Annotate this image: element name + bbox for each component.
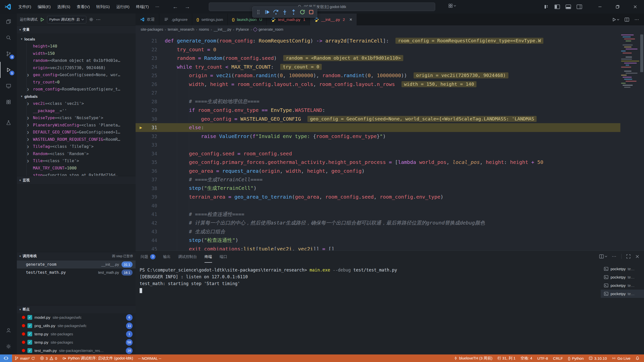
code-line[interactable]: 44step("检查连通性") xyxy=(136,236,620,245)
variable-row[interactable]: ❯Random = <class 'Random'> xyxy=(17,150,136,157)
step-out-button[interactable] xyxy=(290,8,298,16)
close-window-button[interactable] xyxy=(626,0,644,14)
toggle-panel-icon[interactable] xyxy=(566,4,571,9)
breakpoint-checkbox[interactable]: ✓ xyxy=(27,348,32,353)
code-line[interactable]: 38step("生成TerrainCell") xyxy=(136,184,620,193)
variable-row[interactable]: ❯DEFAULT_GEO_CONFIG = GeoConfig(seed=1… xyxy=(17,129,136,136)
variable-row[interactable]: ❯geo_config = GeoConfig(seed=None, wor… xyxy=(17,71,136,79)
variable-row[interactable]: stop = <function stop at 0x1bf8d716d… xyxy=(17,172,136,176)
callstack-frame[interactable]: test/test_math.pytest_math.py16:1 xyxy=(17,268,136,277)
notifications-bell[interactable] xyxy=(633,354,642,362)
breadcrumb-item[interactable]: site-packages xyxy=(141,27,163,31)
code-line[interactable]: 33 xyxy=(136,141,620,149)
variables-section-header[interactable]: ▾ 变量 xyxy=(17,25,136,33)
split-editor-icon[interactable] xyxy=(624,17,629,22)
vim-mode-status[interactable]: -- NORMAL -- xyxy=(136,354,164,362)
nav-forward-icon[interactable]: → xyxy=(185,4,190,10)
breakpoint-checkbox[interactable]: ✓ xyxy=(27,315,32,320)
code-line[interactable]: 22try_count = 0 xyxy=(136,45,620,54)
code-line[interactable]: 29if room_config.env_type == EnvType.WAS… xyxy=(136,106,620,115)
breakpoint-checkbox[interactable]: ✓ xyxy=(27,332,32,336)
variable-row[interactable]: ❯room_config = RoomRequestConfig(env_t… xyxy=(17,86,136,93)
menu-item[interactable]: 编辑(E) xyxy=(34,0,54,14)
tab-.gdignore[interactable]: .gdignore xyxy=(159,14,192,25)
menu-item[interactable]: 运行(R) xyxy=(113,0,133,14)
variable-row[interactable]: ❯vec2i = <class 'vec2i'> xyxy=(17,100,136,107)
breadcrumb-item[interactable]: generate_room xyxy=(259,27,283,31)
stop-button[interactable] xyxy=(307,8,315,16)
code-line[interactable]: 32raise ValueError(f"Invalid env type: {… xyxy=(136,132,620,141)
eol-status[interactable]: CRLF xyxy=(550,354,565,362)
tab-settings.json[interactable]: {}settings.json xyxy=(192,14,228,25)
variable-row[interactable]: ❯NoiseType = <class 'NoiseType'> xyxy=(17,114,136,122)
panel-tab-终端[interactable]: 终端 xyxy=(205,251,212,263)
breakpoints-section-header[interactable]: ▾ 断点 xyxy=(17,305,136,313)
toggle-secondary-sidebar-icon[interactable] xyxy=(577,4,582,9)
terminal-list-item[interactable]: pocketpyte… xyxy=(601,281,644,290)
close-icon[interactable]: ✕ xyxy=(349,17,352,22)
debug-session-status[interactable]: Python 调试程序: 启动文件 (godot-ldtk) xyxy=(60,354,136,362)
breakpoint-checkbox[interactable]: ✓ xyxy=(27,323,32,328)
variable-row[interactable]: ❯WASTELAND_ROOM_REQUEST_CONFIG = RoomR… xyxy=(17,136,136,143)
breadcrumb-item[interactable]: Pylance xyxy=(236,27,249,31)
variable-row[interactable]: random = <Random object at 0x1bf9d01e… xyxy=(17,57,136,64)
code-line[interactable]: 37# ====生成TerrainCell==== xyxy=(136,175,620,184)
breakpoint-checkbox[interactable]: ✓ xyxy=(27,340,32,345)
code-line[interactable]: 42# 计算每一个出口的中心，然后使用astar生成路径，确保每一个出口组合都可… xyxy=(136,219,620,228)
code-line[interactable]: 26width, height = room_config.layout.n_c… xyxy=(136,80,620,89)
activity-remote-icon[interactable] xyxy=(0,78,17,94)
panel-tab-输出[interactable]: 输出 xyxy=(163,251,171,263)
code-editor[interactable]: 21def generate_room(room_config: RoomReq… xyxy=(136,33,644,250)
expand-icon[interactable]: ❯ xyxy=(27,145,29,149)
debug-config-select[interactable]: Python 调试程序: 启 xyxy=(47,16,86,23)
code-line[interactable]: 43# 生成出口组合 xyxy=(136,227,620,236)
step-over-button[interactable] xyxy=(272,8,280,16)
code-line[interactable]: 34geo_config.seed = room_config.seed xyxy=(136,149,620,158)
panel-more-actions-icon[interactable]: ⋯ xyxy=(612,254,617,259)
more-actions-icon[interactable]: ⋯ xyxy=(96,17,101,22)
variable-scope-locals[interactable]: ▾locals xyxy=(17,35,136,43)
code-line[interactable]: 41# ====检查连通性==== xyxy=(136,210,620,219)
git-branch-status[interactable]: main* xyxy=(12,354,37,362)
expand-icon[interactable]: ❯ xyxy=(27,123,29,127)
activity-account-icon[interactable] xyxy=(0,322,17,338)
panel-tab-问题[interactable]: 问题3 xyxy=(141,251,155,263)
code-line[interactable]: 28# ====生成初始地理信息==== xyxy=(136,97,620,106)
expand-icon[interactable]: ❯ xyxy=(27,159,29,163)
toggle-sidebar-icon[interactable] xyxy=(554,4,560,9)
expand-icon[interactable]: ❯ xyxy=(27,152,29,156)
customize-layout-icon[interactable] xyxy=(544,4,549,9)
variable-row[interactable]: ❯PlanetaryWindConfig = <class 'Planeta… xyxy=(17,121,136,129)
variable-row[interactable]: width = 150 xyxy=(17,50,136,57)
maximize-panel-icon[interactable] xyxy=(626,254,631,259)
activity-search-icon[interactable] xyxy=(0,30,17,46)
menu-item[interactable]: 选择(S) xyxy=(54,0,73,14)
code-line[interactable]: 24while try_count < MAX_TRY_COUNT:try_co… xyxy=(136,63,620,71)
code-line[interactable]: ▶31else: xyxy=(136,123,620,132)
expand-icon[interactable]: ❯ xyxy=(27,102,29,106)
breakpoint-row[interactable]: ✓test_math.pysite-packages\terrain_res…1… xyxy=(17,346,136,354)
variable-row[interactable]: ❯TileTag = <class 'TileTag'> xyxy=(17,143,136,150)
code-line[interactable]: 25origin = vec2i(random.randint(0, 10000… xyxy=(136,71,620,80)
code-line[interactable]: 30geo_config = WASTELAND_GEO_CONFIGgeo_c… xyxy=(136,115,620,123)
minimap[interactable] xyxy=(621,34,639,97)
python-version-status[interactable]: 3.10.10 xyxy=(586,354,609,362)
code-line[interactable]: 45exit_combinations:list[tuple[vec2i, ve… xyxy=(136,245,620,250)
breakpoint-row[interactable]: ✓png_utils.pysite-packages\wfc11 xyxy=(17,322,136,330)
workspace-grid-button[interactable] xyxy=(448,4,456,8)
start-debug-icon[interactable] xyxy=(40,17,45,22)
menu-item[interactable]: ⋯ xyxy=(152,0,163,14)
activity-files-icon[interactable] xyxy=(0,14,17,30)
activity-scm-icon[interactable]: 3 xyxy=(0,46,17,62)
restart-button[interactable] xyxy=(298,8,306,16)
run-python-file-button[interactable] xyxy=(612,17,619,22)
activity-debug-icon[interactable]: 1 xyxy=(0,62,17,78)
code-line[interactable]: 21def generate_room(room_config: RoomReq… xyxy=(136,36,620,45)
split-terminal-button[interactable] xyxy=(599,254,607,259)
code-line[interactable]: 36geo_area = request_area(origin, width,… xyxy=(136,167,620,175)
menu-item[interactable]: 文件(F) xyxy=(15,0,34,14)
close-panel-icon[interactable] xyxy=(635,254,639,259)
watch-section-header[interactable]: ▾ 监视 xyxy=(17,176,136,184)
activity-extensions-icon[interactable] xyxy=(0,94,17,110)
editor-scrollbar[interactable] xyxy=(640,34,643,72)
